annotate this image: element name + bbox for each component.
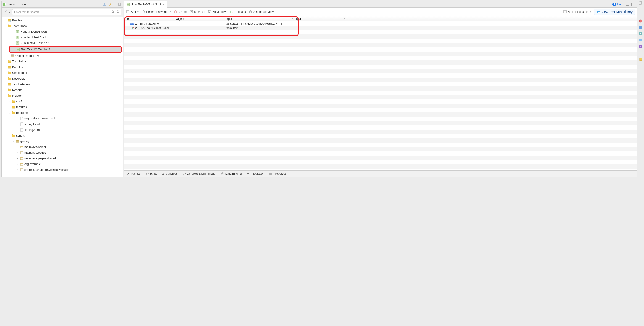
tree-keywords[interactable]: ›Keywords [2,76,123,81]
tree-res-file3[interactable]: Testng2.xml [2,127,123,133]
table-row[interactable] [124,91,637,95]
table-row[interactable] [124,134,637,138]
table-row[interactable] [124,30,637,34]
table-row[interactable] [124,117,637,121]
cell-input[interactable]: testsuite2 [224,26,291,30]
tree-test-cases[interactable]: ⌄Test Cases [2,23,123,29]
tree-include[interactable]: ⌄Include [2,93,123,99]
tree-groovy5[interactable]: ›src.test.java.pageObjectsPackage [2,167,123,172]
table-row[interactable] [124,86,637,91]
table-row[interactable] [124,156,637,160]
table-row[interactable] [124,112,637,117]
tree-features[interactable]: ›features [2,104,123,110]
side-doc-icon[interactable] [639,25,643,30]
col-de[interactable]: De [341,16,637,21]
tree-groovy3[interactable]: ›main.java.pages.shared [2,156,123,161]
tab-script[interactable]: </>Script [143,170,159,177]
refresh-icon[interactable] [107,2,112,6]
tree-groovy2[interactable]: ›main.java.pages [2,150,123,156]
editor-tab[interactable]: Run TestNG Test No 2 ✕ [124,1,168,7]
table-row[interactable]: 2 - Run TestNG Test Suitestestsuite2 [124,26,637,30]
col-item[interactable]: Item [124,16,174,21]
filter-caret-icon[interactable]: ▾ [8,10,11,14]
setdefault-button[interactable]: Set default view [249,10,274,14]
table-row[interactable] [124,151,637,156]
steps-grid[interactable]: Item Object Input Output De 01011 - Bina… [124,16,637,170]
side-x-icon[interactable] [639,45,643,49]
add-button[interactable]: Add▾ [126,10,138,14]
edittags-button[interactable]: Edit tags [230,10,246,14]
movedown-button[interactable]: Move down [208,10,227,14]
tree-scripts[interactable]: ⌄scripts [2,133,123,138]
tree-resource[interactable]: ⌄resource [2,110,123,116]
table-row[interactable] [124,104,637,108]
tree-run-all[interactable]: Run All TestNG tests [2,29,123,34]
table-row[interactable] [124,60,637,65]
table-row[interactable] [124,138,637,143]
table-row[interactable] [124,82,637,86]
table-row[interactable] [124,125,637,130]
recent-keywords-button[interactable]: Recent keywords▾ [141,10,171,14]
search-input[interactable] [12,9,122,15]
search-advanced-icon[interactable] [116,10,120,14]
table-row[interactable] [124,78,637,82]
table-row[interactable] [124,164,637,169]
tree-data-files[interactable]: ›Data Files [2,64,123,70]
cell-de[interactable] [341,21,637,26]
tab-properties[interactable]: Properties [267,170,289,177]
tree-groovy4[interactable]: ›org.example [2,161,123,167]
table-row[interactable] [124,147,637,151]
tab-databinding[interactable]: Data Binding [219,170,244,177]
restore-icon[interactable] [639,1,643,5]
tree-test-listeners[interactable]: ›Test Listeners [2,81,123,87]
help-link[interactable]: ?Help [612,2,623,6]
table-row[interactable] [124,99,637,104]
table-row[interactable] [124,121,637,125]
table-row[interactable] [124,69,637,73]
moveup-button[interactable]: Move up [189,10,205,14]
cell-input[interactable]: testsuite2 = ["Include/resource/Testng2.… [224,21,291,26]
addtosuite-button[interactable]: Add to test suite▾ [563,10,591,14]
col-input[interactable]: Input [224,16,291,21]
table-row[interactable] [124,52,637,56]
side-grid-icon[interactable] [639,38,643,42]
tree-profiles[interactable]: ›Profiles [2,17,123,23]
table-row[interactable] [124,65,637,69]
cell-de[interactable] [341,26,637,30]
cell-item[interactable]: 01011 - Binary Statement [124,21,174,26]
maximize-editor-icon[interactable] [632,3,635,6]
cell-item[interactable]: 2 - Run TestNG Test Suites [124,26,174,30]
delete-button[interactable]: Delete [174,10,186,14]
table-row[interactable] [124,73,637,78]
tab-varscript[interactable]: </>Variables (Script mode) [180,170,219,177]
minimize-icon[interactable] [112,2,116,6]
viewhistory-button[interactable]: View Test Run History [594,9,635,15]
col-output[interactable]: Output [291,16,341,21]
table-row[interactable] [124,39,637,43]
tree-reports[interactable]: ›Reports [2,87,123,93]
tree-groovy1[interactable]: ›main.java.helper [2,144,123,150]
cell-object[interactable] [174,21,224,26]
tab-manual[interactable]: ➤Manual [124,170,143,177]
col-object[interactable]: Object [174,16,224,21]
table-row[interactable]: 01011 - Binary Statementtestsuite2 = ["I… [124,21,637,26]
table-row[interactable] [124,130,637,134]
table-row[interactable] [124,56,637,60]
table-row[interactable] [124,108,637,112]
tree-res-file2[interactable]: testng1.xml [2,121,123,127]
side-download-icon[interactable] [639,51,643,55]
tab-integration[interactable]: Integration [244,170,267,177]
side-note-icon[interactable] [639,57,643,62]
tree-run-junit3[interactable]: Run Junit Test No 3 [2,34,123,40]
table-row[interactable] [124,160,637,164]
table-row[interactable] [124,143,637,147]
table-row[interactable] [124,95,637,99]
table-row[interactable] [124,43,637,47]
tree-checkpoints[interactable]: ›Checkpoints [2,70,123,76]
filter-toggle-icon[interactable] [3,10,7,14]
cell-output[interactable] [291,21,341,26]
tree-object-repo[interactable]: Object Repository [2,53,123,59]
tree-run-tng1[interactable]: Run TestNG Test No 1 [2,40,123,46]
cell-object[interactable] [174,26,224,30]
table-row[interactable] [124,34,637,39]
